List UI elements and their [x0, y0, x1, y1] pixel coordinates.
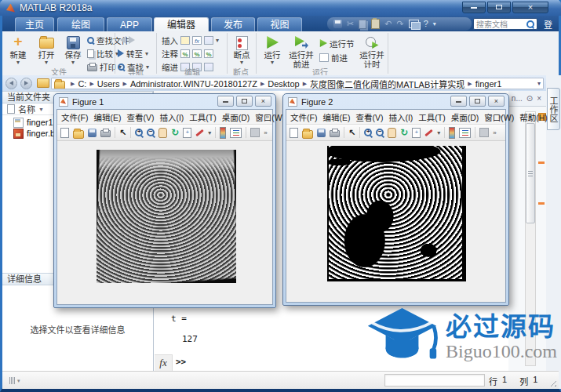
legend-icon[interactable]: [459, 128, 471, 138]
brush-dropdown-icon[interactable]: ▾: [208, 129, 211, 136]
redo-icon[interactable]: ↷: [396, 18, 403, 30]
menu-tools[interactable]: 工具(T): [189, 111, 216, 123]
figure-close-button[interactable]: ×: [255, 96, 271, 107]
figure-restore-button[interactable]: [236, 96, 253, 107]
editor-tab-fragment[interactable]: n... ⊙ ×: [508, 91, 546, 107]
figure-minimize-button[interactable]: [450, 96, 467, 107]
figure2-titlebar[interactable]: Figure 2 ×: [286, 94, 506, 109]
dock-icon[interactable]: ⊙: [526, 94, 533, 103]
compare-button[interactable]: 比较 ▾: [87, 48, 118, 59]
breakpoints-button[interactable]: 断点 ▾: [229, 33, 254, 65]
close-button[interactable]: ×: [512, 2, 548, 13]
run-advance-button[interactable]: 运行并 前进: [286, 33, 316, 69]
tab-view[interactable]: 视图: [257, 17, 302, 31]
menu-edit[interactable]: 编辑(E): [322, 111, 350, 123]
pan-icon[interactable]: [388, 128, 396, 138]
menu-insert[interactable]: 插入(I): [159, 111, 184, 123]
pointer-icon[interactable]: ↖: [348, 128, 355, 137]
help-icon[interactable]: ?: [424, 18, 428, 30]
crumb-desktop[interactable]: Desktop: [268, 79, 299, 89]
window-titlebar[interactable]: MATLAB R2018a ×: [0, 0, 561, 16]
open-file-icon[interactable]: [302, 130, 313, 139]
zoom-out-icon[interactable]: [376, 129, 384, 136]
save-figure-icon[interactable]: [317, 129, 326, 137]
new-button[interactable]: + 新建 ▾: [5, 33, 31, 65]
dock-figure-icon[interactable]: [250, 128, 260, 137]
scrollbar-thumb[interactable]: [526, 123, 535, 223]
paste-icon[interactable]: [371, 19, 380, 29]
menu-insert[interactable]: 插入(I): [388, 111, 413, 123]
new-figure-icon[interactable]: [60, 128, 69, 138]
tab-home[interactable]: 主页: [15, 17, 54, 31]
run-section-button[interactable]: 运行节: [319, 38, 355, 49]
comment-row[interactable]: 注释 % % %: [162, 48, 213, 59]
run-time-button[interactable]: 运行并 计时: [357, 33, 387, 69]
colorbar-icon[interactable]: [220, 127, 226, 139]
uncomment-icon[interactable]: %: [192, 49, 202, 58]
mlint-marker[interactable]: [538, 162, 545, 164]
colorbar-icon[interactable]: [449, 127, 455, 139]
open-button[interactable]: 打开 ▾: [34, 33, 59, 65]
zoom-out-icon[interactable]: [147, 129, 155, 136]
nav-back-forward[interactable]: [120, 34, 135, 45]
switch-window-icon[interactable]: [409, 20, 419, 28]
goto-button[interactable]: 转至 ▾: [118, 48, 148, 59]
rotate3d-icon[interactable]: ↻: [400, 128, 408, 137]
resize-grip[interactable]: [548, 378, 556, 387]
zoom-in-icon[interactable]: [135, 129, 143, 136]
pan-icon[interactable]: [158, 128, 167, 138]
undo-icon[interactable]: ↶: [384, 18, 392, 30]
comment-icon[interactable]: %: [180, 49, 190, 58]
up-folder-icon[interactable]: [37, 78, 49, 88]
fx-button[interactable]: fx: [155, 354, 173, 372]
legend-icon[interactable]: [230, 128, 242, 138]
menu-window[interactable]: 窗口(W): [255, 111, 285, 123]
minimize-button[interactable]: [462, 2, 486, 13]
menu-overflow-icon[interactable]: »: [265, 113, 269, 121]
datacursor-icon[interactable]: +: [412, 128, 421, 138]
open-file-icon[interactable]: [73, 130, 84, 139]
save-figure-icon[interactable]: [88, 129, 97, 137]
insert-row[interactable]: 插入 fx ▾: [162, 34, 219, 45]
tab-apps[interactable]: APP: [107, 17, 152, 31]
rotate3d-icon[interactable]: ↻: [171, 128, 179, 137]
brush-dropdown-icon[interactable]: ▾: [437, 129, 440, 136]
figure2-canvas[interactable]: [286, 141, 505, 302]
crumb-users[interactable]: Users: [97, 79, 120, 89]
menu-overflow-icon[interactable]: »: [498, 113, 502, 121]
pointer-icon[interactable]: ↖: [119, 128, 126, 137]
menu-edit[interactable]: 编辑(E): [93, 111, 121, 123]
advance-button[interactable]: 前进: [319, 52, 348, 63]
menu-file[interactable]: 文件(F): [290, 111, 317, 123]
crumb-admin[interactable]: Administrator.WIN7U-20180127Z: [130, 79, 257, 89]
menu-view[interactable]: 查看(V): [126, 111, 154, 123]
menu-help[interactable]: 帮助(H): [519, 111, 548, 123]
figure-minimize-button[interactable]: [217, 96, 234, 107]
editor-close-icon[interactable]: ×: [537, 94, 541, 103]
maximize-button[interactable]: [487, 2, 511, 13]
tab-plots[interactable]: 绘图: [57, 17, 104, 31]
breadcrumb[interactable]: ▶ C: ▶ Users ▶ Administrator.WIN7U-20180…: [51, 78, 544, 89]
status-grip[interactable]: ▾: [7, 376, 26, 386]
menu-tools[interactable]: 工具(T): [418, 111, 445, 123]
forward-button[interactable]: [20, 78, 32, 89]
toolbar-overflow-icon[interactable]: »: [264, 129, 267, 136]
brush-icon[interactable]: [425, 129, 433, 136]
figure-restore-button[interactable]: [469, 96, 486, 107]
insert-note-icon[interactable]: [180, 36, 190, 45]
zoom-in-icon[interactable]: [364, 129, 372, 136]
tab-editor[interactable]: 编辑器: [154, 17, 209, 31]
figure-close-button[interactable]: ×: [488, 96, 505, 107]
brush-icon[interactable]: [196, 129, 204, 136]
workspace-tab[interactable]: 工作区: [547, 88, 560, 130]
crumb-drive[interactable]: C:: [78, 79, 86, 89]
toolbar-overflow-icon[interactable]: »: [493, 129, 496, 136]
new-figure-icon[interactable]: [290, 128, 298, 138]
save-button[interactable]: 保存 ▾: [60, 33, 86, 65]
print-button[interactable]: 打印 ▾: [87, 61, 122, 72]
print-figure-icon[interactable]: [330, 130, 340, 137]
menu-desktop[interactable]: 桌面(D): [222, 111, 250, 123]
save-icon[interactable]: [333, 20, 342, 28]
menu-desktop[interactable]: 桌面(D): [451, 111, 479, 123]
dock-figure-icon[interactable]: [479, 128, 489, 137]
